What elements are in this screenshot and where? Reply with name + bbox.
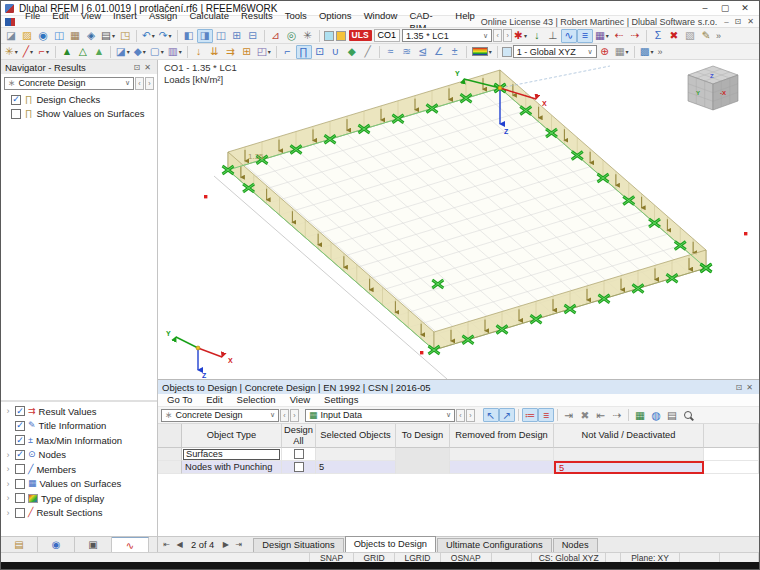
- tree-item-result-values[interactable]: ›✓⇉Result Values: [1, 404, 157, 419]
- clip-plane-icon[interactable]: ⌐: [280, 45, 296, 59]
- print-table-icon[interactable]: ▤: [664, 408, 680, 422]
- tables-toggle-icon[interactable]: ◨: [197, 29, 213, 43]
- toolbar-overflow-icon[interactable]: »: [716, 31, 721, 41]
- find-cs-icon[interactable]: ⊕: [597, 45, 613, 59]
- design-checks-row[interactable]: ✓ ∏ Design Checks: [1, 92, 157, 106]
- background-icon[interactable]: ▩▾: [638, 45, 656, 59]
- not-valid-cell[interactable]: [554, 448, 704, 461]
- removed-cell[interactable]: [450, 448, 554, 461]
- checkbox[interactable]: [15, 464, 25, 474]
- mdi-close-button[interactable]: ✕: [744, 17, 757, 26]
- tree-item-result-sections[interactable]: ›╱Result Sections: [1, 506, 157, 521]
- object-type-edit[interactable]: Surfaces: [183, 449, 280, 460]
- new-surface-icon[interactable]: ◪▾: [114, 45, 132, 59]
- navigator-display-tab[interactable]: ◉: [38, 537, 75, 552]
- tab-nodes[interactable]: Nodes: [553, 538, 598, 552]
- insert-row-icon[interactable]: ⇥: [561, 408, 577, 422]
- result-tables-icon[interactable]: ▦▾: [593, 29, 611, 43]
- previous-table-tab-button[interactable]: ◀: [173, 538, 186, 552]
- show-supports-icon[interactable]: ⊥: [545, 29, 561, 43]
- previous-group-button[interactable]: ‹: [456, 409, 465, 422]
- slab-model[interactable]: [223, 70, 712, 354]
- previous-loading-button[interactable]: ‹: [493, 29, 502, 42]
- tree-item-max-min-information[interactable]: ✓±Max/Min Information: [1, 433, 157, 448]
- render-mode-icon[interactable]: ▧: [682, 29, 698, 43]
- new-node-icon[interactable]: ✳▾: [3, 45, 20, 59]
- first-table-tab-button[interactable]: ⇤: [160, 538, 173, 552]
- removed-cell[interactable]: [450, 461, 554, 474]
- row-header[interactable]: [158, 461, 182, 474]
- navigator-toggle-icon[interactable]: ◧: [181, 29, 197, 43]
- export-excel-icon[interactable]: ▦: [632, 408, 648, 422]
- checkbox[interactable]: [15, 479, 25, 489]
- checkbox[interactable]: ✓: [15, 421, 25, 431]
- tree-item-members[interactable]: ›╱Members: [1, 462, 157, 477]
- navigator-data-tab[interactable]: ▤: [1, 537, 38, 552]
- sync-model-icon[interactable]: ◉: [35, 29, 51, 43]
- pin-icon[interactable]: ⊡: [734, 383, 745, 392]
- surface-load-icon[interactable]: ⇉: [223, 45, 239, 59]
- navigator-views-tab[interactable]: ▣: [75, 537, 112, 552]
- checkbox[interactable]: ✓: [15, 406, 25, 416]
- angle-icon[interactable]: ∠: [431, 45, 447, 59]
- display-settings-icon[interactable]: ✳: [300, 29, 316, 43]
- expander-icon[interactable]: ›: [4, 464, 12, 474]
- visibility-states-icon[interactable]: ◎: [284, 29, 300, 43]
- next-loading-icon[interactable]: ⇢: [627, 29, 643, 43]
- render-colors-icon[interactable]: ◆: [344, 45, 360, 59]
- design-type-combo[interactable]: ∗ Concrete Design ∨: [4, 77, 134, 90]
- expander-icon[interactable]: ›: [4, 508, 12, 518]
- checkbox[interactable]: [15, 493, 25, 503]
- design-checks-checkbox[interactable]: ✓: [11, 95, 21, 105]
- design-all-checkbox[interactable]: [294, 449, 304, 459]
- tree-item-nodes[interactable]: ›✓⊙Nodes: [1, 448, 157, 463]
- not-valid-cell[interactable]: 5: [554, 461, 704, 474]
- next-design-button[interactable]: ›: [145, 77, 154, 90]
- new-solid-icon[interactable]: ◆▾: [132, 45, 148, 59]
- view-cube[interactable]: Z Y -X: [688, 66, 738, 110]
- show-results-icon[interactable]: ∿: [561, 29, 577, 43]
- lgrid-toggle[interactable]: LGRID: [394, 553, 439, 563]
- select-objects-icon[interactable]: ⊿: [268, 29, 284, 43]
- export-row-icon[interactable]: ⇢: [609, 408, 625, 422]
- close-button[interactable]: ✕: [735, 1, 755, 15]
- previous-design-button[interactable]: ‹: [135, 77, 144, 90]
- edit-mode-icon[interactable]: ✎: [698, 29, 714, 43]
- sync-selection-icon[interactable]: ↗: [499, 408, 515, 422]
- menu-item-go-to[interactable]: Go To: [161, 394, 198, 406]
- free-load-icon[interactable]: ⊞: [239, 45, 255, 59]
- import-table-icon[interactable]: ⇤: [593, 408, 609, 422]
- support-table-icon[interactable]: ▲: [91, 45, 107, 59]
- checkbox[interactable]: ✓: [15, 435, 25, 445]
- grid-settings-icon[interactable]: ▦▾: [613, 45, 631, 59]
- osnap-toggle[interactable]: OSNAP: [440, 553, 491, 563]
- next-group-button[interactable]: ›: [466, 409, 475, 422]
- hatch-results-icon[interactable]: ≋: [399, 45, 415, 59]
- solid-display-icon[interactable]: ⊡: [312, 45, 328, 59]
- clear-results-icon[interactable]: ✖: [666, 29, 682, 43]
- selected-objects-cell[interactable]: [316, 448, 396, 461]
- new-section-icon[interactable]: ▥▾: [166, 45, 184, 59]
- close-icon[interactable]: ✕: [142, 63, 153, 72]
- row-header[interactable]: [158, 448, 182, 461]
- checkbox[interactable]: [15, 508, 25, 518]
- expander-icon[interactable]: ›: [4, 450, 12, 460]
- new-line-icon[interactable]: ╱▾: [20, 45, 36, 59]
- minimize-button[interactable]: –: [695, 1, 715, 15]
- result-filter-icon[interactable]: ✱▾: [512, 29, 529, 43]
- smooth-results-icon[interactable]: ≈: [383, 45, 399, 59]
- search-icon[interactable]: [680, 408, 696, 422]
- new-nodal-support-icon[interactable]: ▲: [59, 45, 75, 59]
- filter-rows-icon[interactable]: ≡: [538, 408, 554, 422]
- close-icon[interactable]: ✕: [744, 383, 755, 392]
- last-table-tab-button[interactable]: ⇥: [232, 538, 245, 552]
- jump-to-row-icon[interactable]: ≔: [522, 408, 538, 422]
- selected-objects-cell[interactable]: 5: [316, 461, 396, 474]
- design-type-combo[interactable]: ∗ Concrete Design ∨: [161, 409, 279, 422]
- object-type-cell[interactable]: Nodes with Punching: [182, 461, 282, 474]
- print-icon[interactable]: ▤▾: [99, 29, 117, 43]
- new-opening-icon[interactable]: ▢▾: [148, 45, 166, 59]
- member-load-icon[interactable]: ⇊: [207, 45, 223, 59]
- save-icon[interactable]: ◈: [83, 29, 99, 43]
- snap-toggle[interactable]: SNAP: [309, 553, 352, 563]
